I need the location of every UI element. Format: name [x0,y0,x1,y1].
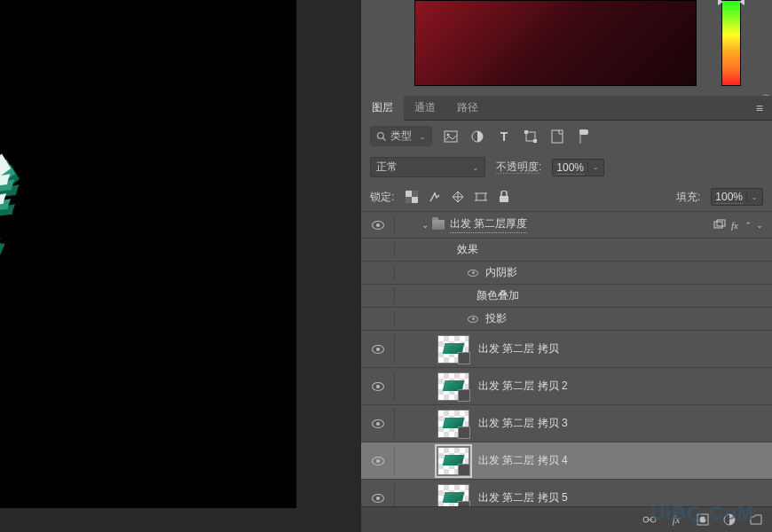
effect-visibility-toggle[interactable] [468,270,478,277]
lock-artboard-icon[interactable] [474,190,488,204]
svg-rect-21 [714,222,722,228]
svg-rect-12 [412,197,418,203]
layer-row[interactable]: 出发 第二层 拷贝 4 [361,442,772,480]
chevron-down-icon[interactable]: ⌄ [756,221,763,230]
lock-image-icon[interactable] [428,190,442,204]
layer-name-label[interactable]: 出发 第二层 拷贝 [478,341,559,356]
svg-rect-9 [533,139,537,143]
opacity-label: 不透明度: [496,160,541,175]
fill-value: 100% [712,189,746,205]
chevron-up-icon[interactable]: ⌃ [744,221,751,230]
panel-tabs: 图层 通道 路径 ≡ [361,96,772,121]
layer-row[interactable]: 出发 第二层 拷贝 3 [361,405,772,442]
filter-type-dropdown[interactable]: 类型 ⌄ [370,126,432,146]
fx-badge[interactable]: fx [731,220,738,231]
layer-row[interactable]: 出发 第二层 拷贝 2 [361,368,772,405]
opacity-input[interactable]: 100% ⌄ [552,159,604,176]
svg-rect-15 [477,193,485,200]
svg-rect-13 [412,191,418,197]
filter-kind-icons: T [443,129,592,145]
svg-line-3 [383,137,386,140]
visibility-toggle[interactable] [372,457,384,466]
effect-row-drop-shadow[interactable]: 投影 [361,308,772,331]
panel-menu-icon[interactable]: ≡ [756,101,763,115]
layer-filter-row: 类型 ⌄ T [361,121,772,152]
effect-name: 内阴影 [485,265,517,280]
lock-row: 锁定: 填充: 100% ⌄ [361,183,772,212]
effect-name: 颜色叠加 [477,288,519,303]
filter-text-icon[interactable]: T [496,129,512,145]
folder-icon [432,220,445,230]
panels: 图层 通道 路径 ≡ 类型 ⌄ T 正常 ⌄ 不透明度: 100% ⌄ [361,0,772,532]
layer-thumbnail[interactable] [437,372,469,401]
svg-rect-10 [552,130,563,143]
svg-rect-14 [406,197,412,203]
chevron-down-icon: ⌄ [587,161,603,173]
layer-name-label[interactable]: 出发 第二层 拷贝 2 [478,379,568,394]
group-name[interactable]: 出发 第二层厚度 [450,216,527,233]
visibility-toggle[interactable] [372,221,384,230]
filter-toggle[interactable] [576,129,592,145]
color-field[interactable] [414,0,697,86]
fill-input[interactable]: 100% ⌄ [711,188,763,206]
hue-marker-left[interactable] [718,0,723,5]
lock-position-icon[interactable] [451,190,465,204]
blend-mode-value: 正常 [376,160,398,175]
svg-rect-20 [500,196,508,202]
opacity-value: 100% [553,160,587,176]
hue-marker-right[interactable] [739,0,744,5]
layer-name-label[interactable]: 出发 第二层 拷贝 4 [478,453,568,468]
layers-list: ⌄ 出发 第二层厚度 fx ⌃ ⌄ 效果 内阴影 颜色叠加 [361,212,772,506]
layer-thumbnail[interactable] [437,410,469,438]
svg-rect-11 [406,191,412,197]
effect-visibility-toggle[interactable] [468,316,478,323]
document-canvas[interactable]: 线 [0,0,296,508]
svg-rect-8 [524,130,528,134]
visibility-toggle[interactable] [372,494,384,503]
tab-channels[interactable]: 通道 [404,95,446,121]
lock-icons [405,190,511,204]
hue-slider[interactable] [721,0,741,86]
canvas-area: 线 [0,0,361,532]
effect-row-color-overlay[interactable]: 颜色叠加 [361,285,772,308]
lock-transparent-icon[interactable] [405,190,419,204]
chevron-down-icon: ⌄ [746,192,762,203]
search-icon [376,131,387,142]
filter-type-label: 类型 [390,129,412,144]
effects-label: 效果 [457,242,478,257]
layer-group-row[interactable]: ⌄ 出发 第二层厚度 fx ⌃ ⌄ [361,212,772,239]
effect-name: 投影 [485,311,507,326]
layer-thumbnail[interactable] [437,484,469,507]
smart-filter-icon[interactable] [713,219,726,231]
blend-mode-dropdown[interactable]: 正常 ⌄ [370,157,485,177]
visibility-toggle[interactable] [372,345,384,354]
color-picker-panel [361,0,772,96]
visibility-toggle[interactable] [372,382,384,391]
svg-point-2 [378,132,384,138]
fill-label: 填充: [676,190,700,205]
blend-row: 正常 ⌄ 不透明度: 100% ⌄ [361,152,772,183]
lock-all-icon[interactable] [497,190,511,204]
tab-paths[interactable]: 路径 [446,95,489,121]
filter-pixel-icon[interactable] [443,129,459,145]
filter-adjust-icon[interactable] [469,129,485,145]
layer-thumbnail[interactable] [437,335,469,364]
effects-header-row[interactable]: 效果 [361,239,772,262]
layer-thumbnail[interactable] [437,447,469,475]
layer-name-label[interactable]: 出发 第二层 拷贝 3 [478,416,568,431]
filter-shape-icon[interactable] [523,129,539,145]
tab-layers[interactable]: 图层 [361,95,404,121]
chevron-down-icon: ⌄ [415,132,426,141]
effect-row-inner-shadow[interactable]: 内阴影 [361,262,772,285]
watermark: UiBQ.CoM [650,502,754,525]
svg-point-5 [447,133,450,136]
lock-label: 锁定: [370,190,394,205]
layer-name-label[interactable]: 出发 第二层 拷贝 5 [478,490,568,505]
group-collapse-toggle[interactable]: ⌄ [421,220,429,230]
layer-row[interactable]: 出发 第二层 拷贝 [361,331,772,368]
visibility-toggle[interactable] [372,419,384,428]
artwork-text: 线 [0,151,10,266]
svg-rect-22 [717,220,725,226]
chevron-down-icon: ⌄ [469,163,479,172]
filter-smart-icon[interactable] [549,129,565,145]
